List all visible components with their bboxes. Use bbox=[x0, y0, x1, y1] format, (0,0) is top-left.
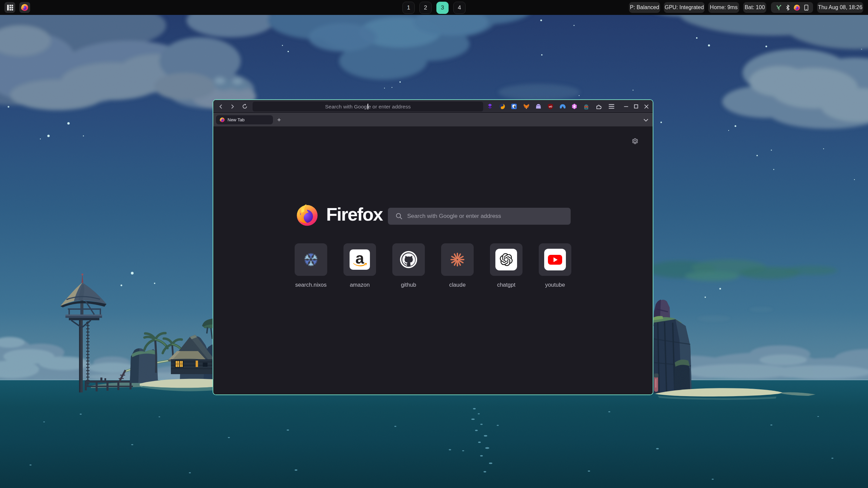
svg-text:a: a bbox=[355, 249, 364, 267]
svg-text:uO: uO bbox=[549, 105, 552, 108]
